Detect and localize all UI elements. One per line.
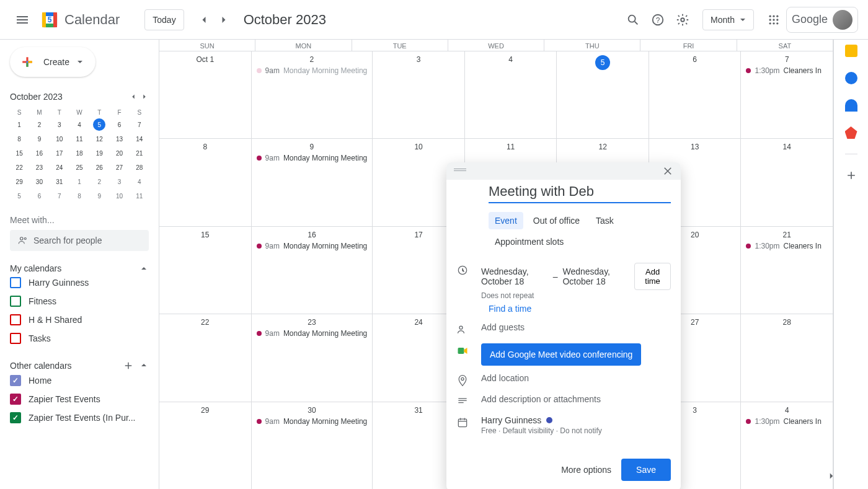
day-cell[interactable]: 5	[557, 51, 649, 138]
event-item[interactable]: 9amMonday Morning Meeting	[254, 65, 370, 76]
day-cell[interactable]: 4	[465, 51, 557, 138]
end-date[interactable]: Wednesday, October 18	[562, 267, 629, 286]
add-location-input[interactable]: Add location	[481, 373, 671, 383]
day-cell[interactable]: 8	[159, 139, 252, 226]
mini-cal-day[interactable]: 8	[10, 133, 29, 146]
my-calendars-toggle[interactable]: My calendars	[10, 263, 149, 273]
main-menu-button[interactable]	[10, 7, 35, 32]
mini-cal-day[interactable]: 1	[70, 175, 89, 188]
dialog-drag-handle[interactable]	[446, 162, 681, 180]
mini-cal-day[interactable]: 25	[70, 161, 89, 174]
mini-cal-day[interactable]: 13	[110, 133, 128, 146]
mini-cal-day[interactable]: 11	[70, 133, 89, 146]
mini-cal-day[interactable]: 3	[110, 175, 128, 188]
mini-cal-day[interactable]: 2	[90, 175, 108, 188]
view-selector[interactable]: Month	[702, 9, 754, 30]
mini-cal-day[interactable]: 18	[70, 147, 89, 160]
more-options-button[interactable]: More options	[561, 465, 611, 475]
day-cell[interactable]: 211:30pmCleaners In	[741, 227, 833, 314]
search-people-input[interactable]: Search for people	[10, 230, 149, 251]
create-button[interactable]: Create	[10, 47, 95, 77]
day-cell[interactable]: 99amMonday Morning Meeting	[252, 139, 373, 226]
calendar-checkbox[interactable]	[10, 394, 21, 405]
event-item[interactable]: 9amMonday Morning Meeting	[254, 240, 370, 252]
mini-cal-day[interactable]: 24	[50, 161, 69, 174]
day-cell[interactable]: Oct 1	[159, 51, 252, 138]
add-calendar-icon[interactable]	[123, 360, 134, 371]
mini-cal-day[interactable]: 8	[70, 190, 89, 203]
mini-cal-day[interactable]: 5	[10, 190, 29, 203]
mini-cal-day[interactable]: 20	[110, 147, 128, 160]
day-cell[interactable]: 71:30pmCleaners In	[741, 51, 833, 138]
contacts-icon[interactable]	[845, 99, 857, 112]
tasks-icon[interactable]	[845, 72, 857, 84]
mini-cal-day[interactable]: 27	[110, 161, 128, 174]
day-cell[interactable]: 29	[159, 402, 252, 489]
event-meta[interactable]: Free · Default visibility · Do not notif…	[481, 426, 671, 435]
repeat-label[interactable]: Does not repeat	[481, 291, 671, 300]
next-month-button[interactable]	[214, 10, 234, 30]
mini-cal-day[interactable]: 7	[50, 190, 69, 203]
calendar-item[interactable]: Zapier Test Events	[10, 390, 149, 408]
show-side-panel-button[interactable]	[826, 470, 837, 482]
day-cell[interactable]: 15	[159, 227, 252, 314]
mini-cal-day[interactable]: 22	[10, 161, 29, 174]
event-item[interactable]: 1:30pmCleaners In	[743, 65, 830, 76]
add-time-button[interactable]: Add time	[634, 263, 671, 290]
mini-cal-day[interactable]: 6	[110, 118, 128, 131]
add-description-input[interactable]: Add description or attachments	[481, 394, 671, 404]
day-cell[interactable]: 28	[741, 314, 833, 401]
calendar-item[interactable]: Home	[10, 371, 149, 390]
day-cell[interactable]: 14	[741, 139, 833, 226]
mini-cal-day[interactable]: 4	[70, 118, 89, 131]
mini-cal-day[interactable]: 19	[90, 147, 108, 160]
event-item[interactable]: 9amMonday Morning Meeting	[254, 152, 370, 164]
other-calendars-toggle[interactable]: Other calendars	[10, 360, 149, 371]
mini-cal-day[interactable]: 9	[90, 190, 108, 203]
mini-cal-day[interactable]: 7	[130, 118, 149, 131]
help-icon[interactable]: ?	[645, 7, 670, 32]
calendar-checkbox[interactable]	[10, 296, 21, 307]
calendar-item[interactable]: Zapier Test Events (In Pur...	[10, 408, 149, 427]
mini-cal-day[interactable]: 10	[50, 133, 69, 146]
mini-cal-day[interactable]: 2	[30, 118, 48, 131]
mini-cal-day[interactable]: 4	[130, 175, 149, 188]
mini-cal-day[interactable]: 31	[50, 175, 69, 188]
find-time-link[interactable]: Find a time	[489, 304, 671, 314]
mini-cal-day[interactable]: 12	[90, 133, 108, 146]
event-item[interactable]: 1:30pmCleaners In	[743, 416, 830, 427]
mini-cal-day[interactable]: 30	[30, 175, 48, 188]
add-meet-button[interactable]: Add Google Meet video conferencing	[481, 343, 641, 366]
mini-cal-day[interactable]: 6	[30, 190, 48, 203]
mini-cal-day[interactable]: 26	[90, 161, 108, 174]
calendar-checkbox[interactable]	[10, 333, 21, 344]
dialog-tab[interactable]: Out of office	[527, 212, 586, 229]
day-cell[interactable]: 3	[373, 51, 465, 138]
mini-cal-day[interactable]: 14	[130, 133, 149, 146]
mini-cal-prev[interactable]	[129, 92, 138, 101]
dialog-tab[interactable]: Appointment slots	[489, 233, 570, 250]
google-account[interactable]: Google	[786, 7, 858, 33]
mini-cal-day[interactable]: 1	[10, 118, 29, 131]
mini-cal-day[interactable]: 23	[30, 161, 48, 174]
mini-cal-day[interactable]: 17	[50, 147, 69, 160]
mini-cal-next[interactable]	[140, 92, 149, 101]
close-icon[interactable]	[662, 165, 673, 177]
day-cell[interactable]: 309amMonday Morning Meeting	[252, 402, 373, 489]
prev-month-button[interactable]	[194, 10, 214, 30]
search-icon[interactable]	[621, 7, 645, 32]
dialog-tab[interactable]: Task	[590, 212, 620, 229]
mini-cal-day[interactable]: 16	[30, 147, 48, 160]
calendar-checkbox[interactable]	[10, 375, 21, 386]
mini-cal-day[interactable]: 15	[10, 147, 29, 160]
mini-cal-day[interactable]: 29	[10, 175, 29, 188]
apps-icon[interactable]	[761, 7, 786, 32]
mini-cal-day[interactable]: 3	[50, 118, 69, 131]
add-panel-icon[interactable]	[845, 169, 857, 182]
day-cell[interactable]: 29amMonday Morning Meeting	[252, 51, 373, 138]
event-title-input[interactable]	[489, 180, 671, 203]
add-guests-input[interactable]: Add guests	[481, 322, 671, 332]
calendar-item[interactable]: Harry Guinness	[10, 273, 149, 292]
calendar-item[interactable]: Fitness	[10, 292, 149, 311]
calendar-checkbox[interactable]	[10, 277, 21, 288]
